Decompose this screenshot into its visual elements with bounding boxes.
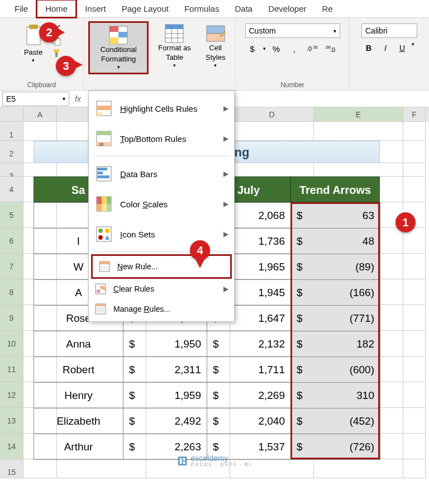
format-as-table-button[interactable]: Format as Table ▾: [153, 21, 196, 71]
cell-trend[interactable]: $(600): [291, 357, 380, 383]
tab-developer[interactable]: Developer: [260, 1, 314, 17]
svg-rect-9: [109, 26, 118, 32]
decrease-decimal-button[interactable]: .00.0: [323, 41, 337, 56]
col-header-F[interactable]: F: [403, 107, 426, 122]
tab-formulas[interactable]: Formulas: [177, 1, 227, 17]
ribbon-tabs: File Home Insert Page Layout Formulas Da…: [0, 0, 429, 18]
cell-trend[interactable]: $63: [291, 203, 380, 229]
menu-highlight-cells-rules[interactable]: Highlight Cells Rules ▶: [89, 93, 234, 123]
svg-text:.00: .00: [312, 45, 318, 50]
fx-icon[interactable]: fx: [75, 94, 81, 103]
svg-rect-57: [97, 289, 100, 293]
table-row[interactable]: Elizabeth$2,492$2,040$(452): [34, 408, 380, 434]
row-header-9[interactable]: 9: [0, 305, 23, 331]
menu-label: New Rule...: [117, 262, 158, 271]
decrease-decimal-icon: .00.0: [325, 44, 336, 53]
table-icon: [164, 23, 184, 44]
svg-rect-1: [29, 25, 38, 29]
name-box-value: E5: [6, 94, 16, 103]
menu-icon-sets[interactable]: Icon Sets ▶: [89, 219, 234, 249]
cell-name[interactable]: Elizabeth: [34, 408, 123, 434]
font-name-select[interactable]: Calibri: [361, 23, 417, 38]
chevron-right-icon: ▶: [223, 200, 228, 208]
conditional-formatting-button[interactable]: Conditional Formatting ▾: [88, 21, 149, 74]
table-row[interactable]: Robert$2,311$1,711$(600): [34, 357, 380, 383]
comma-format-button[interactable]: ,: [287, 41, 302, 56]
tab-home[interactable]: Home: [36, 0, 77, 18]
number-format-select[interactable]: Custom ▾: [245, 23, 340, 38]
clear-rules-icon: [94, 283, 107, 295]
tab-data[interactable]: Data: [227, 1, 260, 17]
menu-clear-rules[interactable]: Clear Rules ▶: [89, 279, 234, 299]
row-header-7[interactable]: 7: [0, 254, 23, 279]
cell-july[interactable]: $2,269: [207, 383, 291, 408]
row-header-14[interactable]: 14: [0, 434, 23, 459]
cell-july[interactable]: $2,040: [207, 408, 291, 434]
tab-insert[interactable]: Insert: [77, 1, 114, 17]
cell-june[interactable]: $1,959: [123, 383, 207, 408]
row-header-11[interactable]: 11: [0, 356, 23, 382]
cell-trend[interactable]: $182: [291, 331, 380, 357]
svg-rect-6: [54, 49, 59, 53]
row-header-8[interactable]: 8: [0, 279, 23, 305]
cell-july[interactable]: $2,132: [207, 331, 291, 357]
cell-trend[interactable]: $310: [291, 383, 380, 408]
cell-name[interactable]: Henry: [34, 383, 123, 408]
menu-color-scales[interactable]: Color Scales ▶: [89, 189, 234, 219]
tab-file[interactable]: File: [7, 1, 36, 17]
name-box[interactable]: E5 ▾: [2, 92, 69, 106]
bold-button[interactable]: B: [361, 41, 376, 55]
cell-trend[interactable]: $(452): [291, 408, 380, 434]
col-header-D[interactable]: D: [230, 107, 314, 122]
cell-name[interactable]: Anna: [34, 331, 123, 357]
col-header-A[interactable]: A: [23, 107, 57, 122]
row-header-2[interactable]: 2: [0, 141, 23, 163]
cell-june[interactable]: $1,950: [123, 331, 207, 357]
row-header-4[interactable]: 4: [0, 177, 23, 202]
cell-june[interactable]: $2,492: [123, 408, 207, 434]
cell-trend[interactable]: $(771): [291, 306, 380, 331]
row-header-15[interactable]: 15: [0, 459, 23, 478]
menu-new-rule[interactable]: New Rule...: [91, 254, 232, 279]
format-painter-button[interactable]: [50, 48, 63, 58]
menu-top-bottom-rules[interactable]: 10 Top/Bottom Rules ▶: [89, 123, 234, 154]
cell-trend[interactable]: $(166): [291, 280, 380, 306]
menu-data-bars[interactable]: Data Bars ▶: [89, 159, 234, 189]
cell-trend[interactable]: $(726): [291, 434, 380, 460]
row-header-1[interactable]: 1: [0, 122, 23, 141]
chevron-down-icon: ▾: [333, 28, 336, 34]
conditional-formatting-menu: Highlight Cells Rules ▶ 10 Top/Bottom Ru…: [88, 91, 235, 322]
svg-rect-32: [97, 131, 111, 135]
percent-format-button[interactable]: %: [269, 41, 284, 56]
table-row[interactable]: Henry$1,959$2,269$310: [34, 383, 380, 408]
cell-name[interactable]: Arthur: [34, 434, 123, 460]
clipboard-group-label: Clipboard: [27, 81, 56, 89]
accounting-format-button[interactable]: $: [245, 41, 260, 56]
cell-july[interactable]: $1,711: [207, 357, 291, 383]
svg-point-47: [98, 229, 103, 233]
cell-styles-button[interactable]: Cell Styles ▾: [201, 21, 231, 71]
row-header-3[interactable]: 3: [0, 163, 23, 177]
row-header-5[interactable]: 5: [0, 202, 23, 228]
cell-june[interactable]: $2,311: [123, 357, 207, 383]
row-header-13[interactable]: 13: [0, 408, 23, 434]
select-all-corner[interactable]: [0, 107, 23, 122]
row-header-12[interactable]: 12: [0, 382, 23, 408]
cell-trend[interactable]: $48: [291, 229, 380, 254]
data-bars-icon: [94, 164, 113, 183]
chevron-right-icon: ▶: [223, 104, 228, 112]
underline-button[interactable]: U: [395, 41, 409, 55]
cell-trend[interactable]: $(89): [291, 254, 380, 280]
row-header-10[interactable]: 10: [0, 331, 23, 356]
col-header-E[interactable]: E: [314, 107, 403, 122]
italic-button[interactable]: I: [378, 41, 393, 55]
number-group-label: Number: [280, 81, 304, 89]
cell-name[interactable]: Robert: [34, 357, 123, 383]
row-header-6[interactable]: 6: [0, 228, 23, 254]
tab-review-cut[interactable]: Re: [314, 1, 341, 17]
tab-page-layout[interactable]: Page Layout: [114, 1, 177, 17]
table-row[interactable]: Anna$1,950$2,132$182: [34, 331, 380, 357]
menu-label: Highlight Cells Rules: [120, 104, 197, 113]
menu-manage-rules[interactable]: Manage Rules...: [89, 299, 234, 319]
increase-decimal-button[interactable]: .0.00: [305, 41, 320, 56]
